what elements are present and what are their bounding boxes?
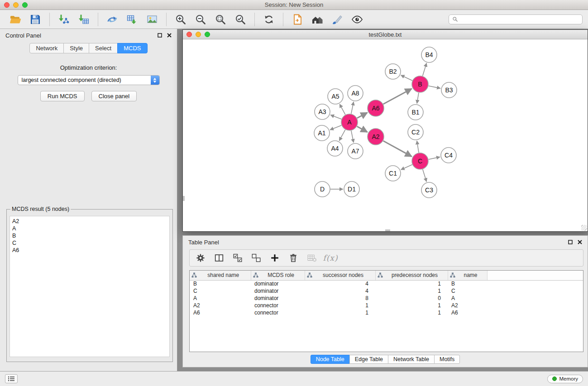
new-network-icon[interactable] [105, 13, 119, 26]
network-window-minimize-button[interactable] [196, 32, 201, 37]
close-table-panel-icon[interactable] [578, 240, 582, 244]
table-row[interactable]: Cdominator41C [190, 287, 583, 295]
network-svg[interactable]: B4B2BB3A5A8A6A3B1AA1A2C2A4A7C4CC1DD1C3 [183, 39, 588, 231]
tab-edge-table[interactable]: Edge Table [349, 355, 388, 364]
tab-node-table[interactable]: Node Table [311, 355, 350, 364]
node-D[interactable]: D [315, 181, 330, 197]
import-network-icon[interactable] [57, 13, 71, 26]
table-row[interactable]: Bdominator41B [190, 280, 583, 287]
deselect-all-icon[interactable] [251, 253, 262, 263]
mcds-result-item[interactable]: C [12, 239, 167, 247]
network-canvas[interactable]: B4B2BB3A5A8A6A3B1AA1A2C2A4A7C4CC1DD1C3 [183, 39, 588, 231]
table-cell[interactable]: 8 [305, 295, 375, 302]
edge-C-C3[interactable] [423, 169, 427, 181]
export-image-icon[interactable] [145, 13, 159, 26]
table-cell[interactable]: 1 [375, 309, 448, 316]
gear-icon[interactable] [195, 253, 206, 263]
table-cell[interactable]: 1 [305, 302, 375, 309]
node-A2[interactable]: A2 [368, 129, 384, 145]
edge-A-A3[interactable] [330, 115, 341, 119]
node-A4[interactable]: A4 [327, 141, 343, 156]
task-history-button[interactable] [5, 374, 18, 383]
tab-style[interactable]: Style [63, 43, 89, 53]
folder-open-icon[interactable] [9, 13, 22, 26]
node-C1[interactable]: C1 [385, 166, 401, 181]
table-cell[interactable]: C [448, 287, 487, 295]
column-header-successor-nodes[interactable]: successor nodes [305, 271, 375, 280]
columns-icon[interactable] [214, 253, 225, 263]
edge-A-A5[interactable] [339, 104, 345, 114]
node-D1[interactable]: D1 [344, 181, 359, 197]
edge-A2-C[interactable] [383, 141, 412, 157]
network-window-close-button[interactable] [186, 32, 192, 37]
table-row[interactable]: A6connector11A6 [190, 309, 583, 316]
table-cell[interactable]: dominator [251, 280, 305, 287]
tab-motifs[interactable]: Motifs [434, 355, 460, 364]
mcds-result-item[interactable]: A6 [12, 247, 167, 254]
edge-A-A2[interactable] [357, 126, 368, 132]
table-cell[interactable]: 4 [305, 287, 375, 295]
table-cell[interactable]: 1 [375, 280, 448, 287]
node-A[interactable]: A [341, 114, 358, 130]
save-icon[interactable] [29, 13, 42, 26]
node-C2[interactable]: C2 [408, 124, 423, 140]
edge-A-A7[interactable] [351, 131, 354, 143]
tab-select[interactable]: Select [89, 43, 118, 53]
network-window-titlebar[interactable]: testGlobe.txt [183, 30, 588, 39]
edge-C-C2[interactable] [417, 141, 419, 152]
node-B3[interactable]: B3 [441, 82, 457, 98]
mcds-result-item[interactable]: A [12, 225, 167, 232]
table-cell[interactable]: 1 [305, 309, 375, 316]
tab-network-table[interactable]: Network Table [388, 355, 435, 364]
edge-B-B1[interactable] [417, 93, 419, 104]
table-cell[interactable]: connector [251, 309, 305, 316]
table-cell[interactable]: A [190, 295, 251, 302]
refresh-icon[interactable] [262, 13, 276, 26]
resize-grip-icon[interactable] [581, 225, 587, 231]
table-cell[interactable]: A [448, 295, 487, 302]
table-cell[interactable]: A6 [448, 309, 487, 316]
trash-icon[interactable] [288, 253, 299, 263]
fx-icon[interactable]: f(x) [325, 253, 336, 263]
edge-A6-B[interactable] [383, 89, 412, 104]
zoom-selected-icon[interactable] [234, 13, 247, 26]
node-A8[interactable]: A8 [348, 86, 363, 101]
table-cell[interactable]: A6 [190, 309, 251, 316]
horizontal-scroll-thumb[interactable] [385, 229, 390, 231]
edge-A-A4[interactable] [339, 130, 345, 141]
close-window-button[interactable] [4, 2, 10, 8]
node-B[interactable]: B [412, 76, 428, 92]
edge-B-B4[interactable] [423, 63, 427, 76]
edge-C-C4[interactable] [429, 157, 440, 159]
search-input[interactable] [460, 16, 579, 23]
node-C3[interactable]: C3 [421, 182, 437, 198]
column-header-mcds-role[interactable]: MCDS role [251, 271, 305, 280]
table-cell[interactable]: connector [251, 302, 305, 309]
close-panel-icon[interactable] [167, 33, 172, 38]
table-cell[interactable]: C [190, 287, 251, 295]
float-table-panel-icon[interactable] [568, 240, 573, 244]
node-A3[interactable]: A3 [315, 104, 330, 119]
table-cell[interactable]: dominator [251, 295, 305, 302]
node-B4[interactable]: B4 [421, 47, 437, 62]
zoom-fit-icon[interactable] [214, 13, 227, 26]
home-icon[interactable] [311, 13, 324, 26]
search-box[interactable] [449, 14, 583, 24]
mcds-result-item[interactable]: B [12, 232, 167, 239]
table-cell[interactable]: 1 [375, 302, 448, 309]
table-cell[interactable]: 1 [375, 287, 448, 295]
edge-B-B2[interactable] [401, 75, 412, 81]
edge-A-A8[interactable] [351, 102, 354, 114]
node-A7[interactable]: A7 [348, 143, 363, 159]
node-A5[interactable]: A5 [328, 89, 343, 104]
table-cell[interactable]: dominator [251, 287, 305, 295]
column-header-shared-name[interactable]: shared name [190, 271, 251, 280]
float-panel-icon[interactable] [158, 33, 162, 38]
export-table-icon[interactable] [125, 13, 139, 26]
minimize-window-button[interactable] [13, 2, 19, 8]
tab-network[interactable]: Network [29, 43, 64, 53]
eye-icon[interactable] [350, 13, 364, 26]
edge-C-C1[interactable] [401, 165, 412, 170]
table-cell[interactable]: A2 [190, 302, 251, 309]
select-all-icon[interactable] [232, 253, 243, 263]
